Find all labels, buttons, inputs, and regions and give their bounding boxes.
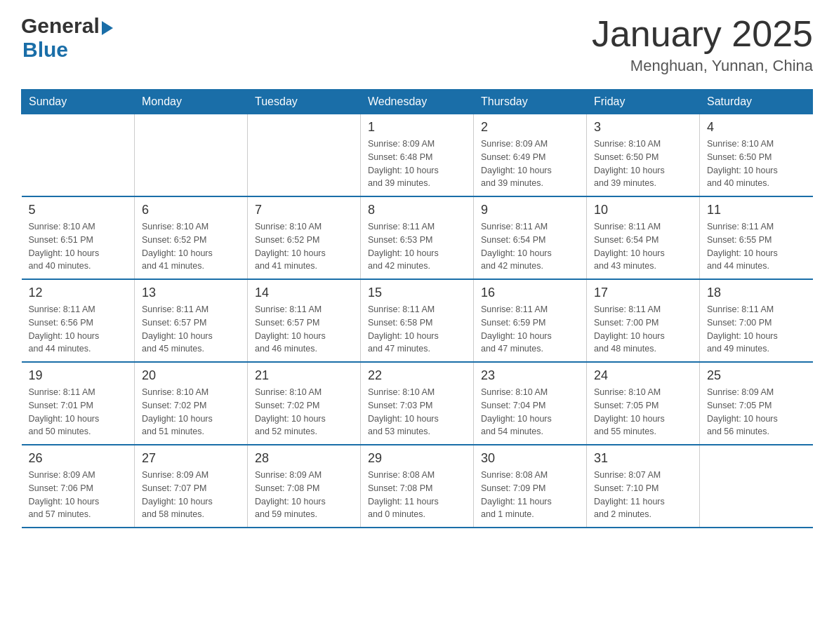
day-number: 29 xyxy=(368,451,466,466)
week-row-1: 1Sunrise: 8:09 AM Sunset: 6:48 PM Daylig… xyxy=(22,114,813,197)
day-number: 23 xyxy=(481,368,579,383)
calendar-cell: 23Sunrise: 8:10 AM Sunset: 7:04 PM Dayli… xyxy=(474,362,587,445)
day-number: 7 xyxy=(255,203,353,217)
day-number: 26 xyxy=(29,451,128,466)
calendar-cell: 3Sunrise: 8:10 AM Sunset: 6:50 PM Daylig… xyxy=(587,114,700,197)
day-info: Sunrise: 8:11 AM Sunset: 6:58 PM Dayligh… xyxy=(368,303,466,356)
calendar-cell: 8Sunrise: 8:11 AM Sunset: 6:53 PM Daylig… xyxy=(361,196,474,279)
header-friday: Friday xyxy=(587,90,700,114)
day-info: Sunrise: 8:07 AM Sunset: 7:10 PM Dayligh… xyxy=(594,469,692,521)
calendar-cell: 13Sunrise: 8:11 AM Sunset: 6:57 PM Dayli… xyxy=(135,279,248,362)
day-number: 11 xyxy=(707,203,806,217)
day-number: 8 xyxy=(368,203,466,217)
day-info: Sunrise: 8:11 AM Sunset: 6:55 PM Dayligh… xyxy=(707,220,806,273)
week-row-4: 19Sunrise: 8:11 AM Sunset: 7:01 PM Dayli… xyxy=(22,362,813,445)
page-header: General Blue January 2025 Menghuan, Yunn… xyxy=(21,14,813,75)
header-saturday: Saturday xyxy=(700,90,813,114)
day-info: Sunrise: 8:09 AM Sunset: 7:08 PM Dayligh… xyxy=(255,469,353,521)
day-info: Sunrise: 8:11 AM Sunset: 7:01 PM Dayligh… xyxy=(29,386,128,438)
calendar-cell: 10Sunrise: 8:11 AM Sunset: 6:54 PM Dayli… xyxy=(587,196,700,279)
calendar-cell: 19Sunrise: 8:11 AM Sunset: 7:01 PM Dayli… xyxy=(22,362,135,445)
calendar-cell: 9Sunrise: 8:11 AM Sunset: 6:54 PM Daylig… xyxy=(474,196,587,279)
calendar-cell: 1Sunrise: 8:09 AM Sunset: 6:48 PM Daylig… xyxy=(361,114,474,197)
day-info: Sunrise: 8:10 AM Sunset: 7:03 PM Dayligh… xyxy=(368,386,466,438)
calendar-cell: 16Sunrise: 8:11 AM Sunset: 6:59 PM Dayli… xyxy=(474,279,587,362)
day-number: 31 xyxy=(594,451,692,466)
day-info: Sunrise: 8:09 AM Sunset: 7:05 PM Dayligh… xyxy=(707,386,806,438)
calendar-table: SundayMondayTuesdayWednesdayThursdayFrid… xyxy=(21,89,813,528)
day-info: Sunrise: 8:08 AM Sunset: 7:09 PM Dayligh… xyxy=(481,469,579,521)
day-info: Sunrise: 8:10 AM Sunset: 7:05 PM Dayligh… xyxy=(594,386,692,438)
day-number: 4 xyxy=(707,120,806,135)
day-number: 5 xyxy=(29,203,128,217)
day-info: Sunrise: 8:10 AM Sunset: 7:04 PM Dayligh… xyxy=(481,386,579,438)
calendar-cell: 7Sunrise: 8:10 AM Sunset: 6:52 PM Daylig… xyxy=(248,196,361,279)
day-info: Sunrise: 8:08 AM Sunset: 7:08 PM Dayligh… xyxy=(368,469,466,521)
calendar-cell: 20Sunrise: 8:10 AM Sunset: 7:02 PM Dayli… xyxy=(135,362,248,445)
calendar-cell xyxy=(22,114,135,197)
day-info: Sunrise: 8:11 AM Sunset: 7:00 PM Dayligh… xyxy=(707,303,806,356)
day-number: 27 xyxy=(142,451,240,466)
day-number: 14 xyxy=(255,286,353,300)
week-row-3: 12Sunrise: 8:11 AM Sunset: 6:56 PM Dayli… xyxy=(22,279,813,362)
day-number: 2 xyxy=(481,120,579,135)
calendar-cell xyxy=(135,114,248,197)
day-info: Sunrise: 8:10 AM Sunset: 6:52 PM Dayligh… xyxy=(142,220,240,273)
logo-blue-text: Blue xyxy=(22,38,68,61)
day-number: 15 xyxy=(368,286,466,300)
calendar-cell: 4Sunrise: 8:10 AM Sunset: 6:50 PM Daylig… xyxy=(700,114,813,197)
day-number: 16 xyxy=(481,286,579,300)
location-text: Menghuan, Yunnan, China xyxy=(592,57,813,75)
calendar-cell: 26Sunrise: 8:09 AM Sunset: 7:06 PM Dayli… xyxy=(22,445,135,528)
day-number: 9 xyxy=(481,203,579,217)
day-number: 28 xyxy=(255,451,353,466)
title-section: January 2025 Menghuan, Yunnan, China xyxy=(592,14,813,75)
calendar-cell: 11Sunrise: 8:11 AM Sunset: 6:55 PM Dayli… xyxy=(700,196,813,279)
day-info: Sunrise: 8:11 AM Sunset: 6:59 PM Dayligh… xyxy=(481,303,579,356)
day-number: 21 xyxy=(255,368,353,383)
calendar-cell xyxy=(248,114,361,197)
header-sunday: Sunday xyxy=(22,90,135,114)
header-monday: Monday xyxy=(135,90,248,114)
day-info: Sunrise: 8:11 AM Sunset: 7:00 PM Dayligh… xyxy=(594,303,692,356)
day-info: Sunrise: 8:09 AM Sunset: 7:07 PM Dayligh… xyxy=(142,469,240,521)
calendar-cell: 14Sunrise: 8:11 AM Sunset: 6:57 PM Dayli… xyxy=(248,279,361,362)
calendar-cell: 24Sunrise: 8:10 AM Sunset: 7:05 PM Dayli… xyxy=(587,362,700,445)
calendar-cell: 2Sunrise: 8:09 AM Sunset: 6:49 PM Daylig… xyxy=(474,114,587,197)
calendar-cell: 17Sunrise: 8:11 AM Sunset: 7:00 PM Dayli… xyxy=(587,279,700,362)
day-info: Sunrise: 8:11 AM Sunset: 6:53 PM Dayligh… xyxy=(368,220,466,273)
day-number: 12 xyxy=(29,286,128,300)
day-info: Sunrise: 8:11 AM Sunset: 6:57 PM Dayligh… xyxy=(142,303,240,356)
calendar-cell: 22Sunrise: 8:10 AM Sunset: 7:03 PM Dayli… xyxy=(361,362,474,445)
logo-arrow-icon xyxy=(102,21,113,35)
day-info: Sunrise: 8:10 AM Sunset: 6:50 PM Dayligh… xyxy=(707,137,806,190)
calendar-cell: 21Sunrise: 8:10 AM Sunset: 7:02 PM Dayli… xyxy=(248,362,361,445)
day-number: 25 xyxy=(707,368,806,383)
day-info: Sunrise: 8:10 AM Sunset: 7:02 PM Dayligh… xyxy=(142,386,240,438)
day-number: 6 xyxy=(142,203,240,217)
day-info: Sunrise: 8:11 AM Sunset: 6:54 PM Dayligh… xyxy=(594,220,692,273)
day-number: 20 xyxy=(142,368,240,383)
calendar-cell: 31Sunrise: 8:07 AM Sunset: 7:10 PM Dayli… xyxy=(587,445,700,528)
calendar-cell: 6Sunrise: 8:10 AM Sunset: 6:52 PM Daylig… xyxy=(135,196,248,279)
week-row-5: 26Sunrise: 8:09 AM Sunset: 7:06 PM Dayli… xyxy=(22,445,813,528)
calendar-cell: 27Sunrise: 8:09 AM Sunset: 7:07 PM Dayli… xyxy=(135,445,248,528)
day-number: 18 xyxy=(707,286,806,300)
month-year-title: January 2025 xyxy=(592,14,813,54)
day-number: 13 xyxy=(142,286,240,300)
logo: General Blue xyxy=(21,14,113,62)
day-number: 30 xyxy=(481,451,579,466)
day-info: Sunrise: 8:09 AM Sunset: 7:06 PM Dayligh… xyxy=(29,469,128,521)
calendar-cell: 12Sunrise: 8:11 AM Sunset: 6:56 PM Dayli… xyxy=(22,279,135,362)
header-thursday: Thursday xyxy=(474,90,587,114)
day-info: Sunrise: 8:10 AM Sunset: 6:50 PM Dayligh… xyxy=(594,137,692,190)
day-info: Sunrise: 8:11 AM Sunset: 6:56 PM Dayligh… xyxy=(29,303,128,356)
day-number: 17 xyxy=(594,286,692,300)
day-info: Sunrise: 8:10 AM Sunset: 6:52 PM Dayligh… xyxy=(255,220,353,273)
day-info: Sunrise: 8:11 AM Sunset: 6:54 PM Dayligh… xyxy=(481,220,579,273)
calendar-cell: 15Sunrise: 8:11 AM Sunset: 6:58 PM Dayli… xyxy=(361,279,474,362)
day-info: Sunrise: 8:09 AM Sunset: 6:48 PM Dayligh… xyxy=(368,137,466,190)
calendar-cell: 28Sunrise: 8:09 AM Sunset: 7:08 PM Dayli… xyxy=(248,445,361,528)
day-number: 19 xyxy=(29,368,128,383)
day-info: Sunrise: 8:10 AM Sunset: 7:02 PM Dayligh… xyxy=(255,386,353,438)
